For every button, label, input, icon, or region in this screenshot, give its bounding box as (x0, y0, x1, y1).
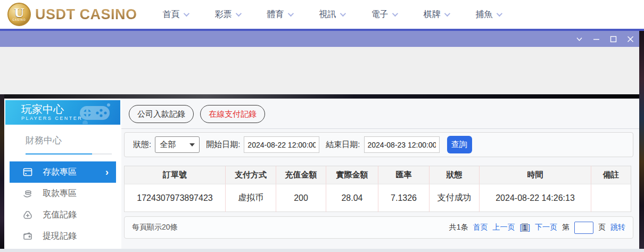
nav-item-fishing[interactable]: 捕魚 (476, 9, 501, 20)
chevron-down-icon (287, 11, 293, 17)
chevron-down-icon[interactable] (575, 35, 583, 43)
select-arrow-icon (189, 143, 195, 147)
col-actual-amount: 實際金額 (326, 166, 378, 184)
sidebar-item-label: 存款專區 (43, 167, 77, 178)
total-count-text: 共1条 (449, 223, 468, 232)
nav-label: 電子 (371, 9, 389, 20)
next-page-link[interactable]: 下一页 (535, 223, 557, 232)
filter-bar: 狀態: 全部 開始日期: 結束日期: 查詢 (124, 132, 633, 157)
chevron-down-icon (340, 11, 345, 17)
maximize-icon[interactable] (609, 35, 617, 43)
col-exchange-rate: 匯率 (378, 166, 430, 184)
coin-sub-label: CASINO (12, 18, 26, 21)
col-status: 狀態 (430, 166, 480, 184)
main-nav: 首頁 彩票 體育 視訊 電子 棋牌 捕魚 (163, 9, 501, 20)
col-remark: 備註 (591, 166, 631, 184)
sidebar-item-label: 取款專區 (43, 188, 77, 199)
table-row: 1724307973897423 虚拟币 200 28.04 7.1326 支付… (125, 184, 631, 212)
sidebar: 玩家中心 PLAYERS CENTER 財務中心 (4, 99, 121, 249)
sidebar-menu: 存款專區 › 取款專區 充值記錄 (4, 161, 121, 249)
col-time: 時間 (480, 166, 591, 184)
sidebar-item-label: 提現記錄 (43, 231, 77, 242)
jump-go-link[interactable]: 跳转 (610, 223, 625, 232)
cell-exchange-rate: 7.1326 (378, 184, 430, 212)
sidebar-item-label: 充值記錄 (43, 209, 77, 221)
table-header-row: 訂單號 支付方式 充值金額 實際金額 匯率 狀態 時間 備註 (125, 166, 631, 184)
page-jump-input[interactable] (574, 222, 593, 234)
start-date-label: 開始日期: (206, 140, 240, 150)
status-select-value: 全部 (160, 140, 176, 150)
prev-page-link[interactable]: 上一页 (492, 223, 515, 232)
withdraw-hand-icon (22, 188, 33, 199)
sidebar-item-recharge-records[interactable]: 充值記錄 (10, 204, 116, 225)
status-label: 狀態: (133, 140, 151, 150)
nav-item-home[interactable]: 首頁 (163, 9, 188, 20)
nav-item-sports[interactable]: 體育 (267, 9, 292, 20)
current-page-number: 1 (522, 223, 528, 232)
background-edge-bottom (0, 249, 644, 252)
tab-online-payment-records[interactable]: 在線支付記錄 (200, 105, 265, 123)
pagination-bar: 每頁顯示20條 共1条 首页 上一页 [1] 下一页 第 页 跳转 (124, 216, 633, 239)
sidebar-header: 玩家中心 PLAYERS CENTER (5, 100, 120, 125)
status-select[interactable]: 全部 (155, 136, 200, 153)
search-button[interactable]: 查詢 (447, 136, 472, 153)
chevron-down-icon (392, 11, 398, 17)
col-recharge-amount: 充值金額 (276, 166, 326, 184)
site-header: U CASINO USDT CASINO 首頁 彩票 體育 視訊 電子 棋牌 (0, 0, 644, 31)
minimize-icon[interactable] (592, 35, 600, 43)
sidebar-item-withdrawal-records[interactable]: 提現記錄 (10, 225, 116, 247)
window-controls (575, 31, 634, 47)
chevron-down-icon (183, 11, 189, 17)
sidebar-item-withdraw[interactable]: 取款專區 (10, 183, 116, 204)
nav-label: 捕魚 (476, 9, 493, 20)
cell-actual-amount: 28.04 (326, 184, 378, 212)
current-page-indicator[interactable]: [1] (519, 223, 530, 232)
main-panel: 公司入款記錄 在線支付記錄 狀態: 全部 開始日期: 結束日期: 查詢 訂單號 (121, 99, 639, 249)
cell-payment-method: 虚拟币 (226, 184, 276, 212)
logo-wordmark: USDT CASINO (35, 6, 137, 23)
col-payment-method: 支付方式 (226, 166, 276, 184)
sidebar-item-deposit[interactable]: 存款專區 › (10, 161, 116, 183)
cell-time: 2024-08-22 14:26:13 (480, 184, 591, 212)
coin-logo-icon: U CASINO (7, 3, 31, 26)
close-icon[interactable] (626, 35, 634, 43)
col-order-number: 訂單號 (125, 166, 226, 184)
nav-item-video[interactable]: 視訊 (319, 9, 344, 20)
nav-label: 彩票 (215, 9, 232, 20)
cell-order-number: 1724307973897423 (125, 184, 226, 212)
coin-letter: U (14, 7, 24, 18)
record-tabs: 公司入款記錄 在線支付記錄 (121, 99, 639, 129)
recharge-bag-icon (22, 209, 33, 220)
jump-label-pre: 第 (562, 223, 569, 232)
chevron-down-icon (444, 11, 450, 17)
background-edge-right (639, 31, 644, 249)
end-date-label: 結束日期: (326, 140, 360, 150)
chevron-down-icon (496, 11, 502, 17)
nav-item-chess[interactable]: 棋牌 (424, 9, 449, 20)
chevron-down-icon (235, 11, 241, 17)
nav-item-slots[interactable]: 電子 (371, 9, 397, 20)
player-center-panel: 玩家中心 PLAYERS CENTER 財務中心 (4, 99, 639, 249)
deposit-card-icon (22, 167, 33, 177)
tab-company-deposit-records[interactable]: 公司入款記錄 (129, 105, 194, 123)
cell-recharge-amount: 200 (276, 184, 326, 212)
first-page-link[interactable]: 首页 (473, 223, 488, 232)
payment-records-table: 訂單號 支付方式 充值金額 實際金額 匯率 狀態 時間 備註 172430797… (124, 166, 631, 212)
gamepad-icon (78, 102, 113, 124)
window-blank-area (0, 47, 644, 94)
sidebar-section-underline (26, 153, 112, 155)
window-titlebar (0, 31, 644, 47)
bracket-close: ] (528, 223, 530, 232)
nav-item-lottery[interactable]: 彩票 (215, 9, 240, 20)
page-size-text: 每頁顯示20條 (132, 223, 178, 232)
nav-label: 體育 (267, 9, 284, 20)
cell-status: 支付成功 (430, 184, 480, 212)
withdraw-wallet-icon (22, 231, 33, 241)
sidebar-section-title: 財務中心 (4, 125, 121, 147)
chevron-right-icon: › (105, 167, 109, 178)
site-logo[interactable]: U CASINO USDT CASINO (7, 3, 137, 26)
start-date-input[interactable] (244, 136, 319, 153)
end-date-input[interactable] (364, 136, 440, 153)
jump-label-post: 页 (598, 223, 606, 232)
cell-remark (591, 184, 631, 212)
